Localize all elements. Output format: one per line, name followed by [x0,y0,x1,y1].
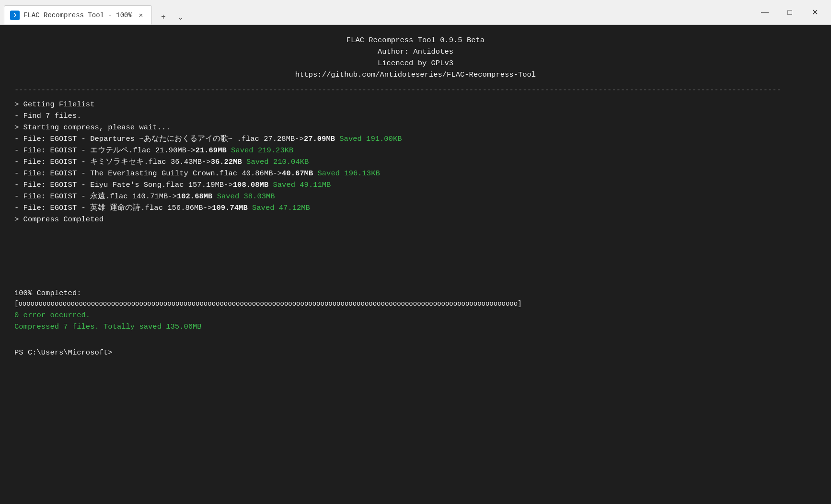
header-line-1: FLAC Recompress Tool 0.9.5 Beta [14,34,817,46]
terminal-window: FLAC Recompress Tool 0.9.5 Beta Author: … [0,25,831,504]
log-line-2: - Find 7 files. [14,110,817,122]
error-line: 0 error occurred. [14,309,817,321]
progress-bar: [ooooooooooooooooooooooooooooooooooooooo… [14,299,817,309]
summary-line: Compressed 7 files. Totally saved 135.06… [14,321,817,332]
title-bar: ❯ FLAC Recompress Tool - 100% ✕ + ⌄ — □ … [0,0,831,25]
window-controls: — □ ✕ [752,0,827,25]
log-line-3: > Starting compress, please wait... [14,122,817,133]
log-line-7: - File: EGOIST - The Everlasting Guilty … [14,168,817,179]
divider-line: ----------------------------------------… [14,84,817,96]
shell-prompt-area: PS C:\Users\Microsoft> [14,347,817,358]
tab-icon: ❯ [10,11,20,20]
log-line-9: - File: EGOIST - 永遠.flac 140.71MB->102.6… [14,191,817,202]
progress-label: 100% Completed: [14,287,817,299]
active-tab[interactable]: ❯ FLAC Recompress Tool - 100% ✕ [4,5,152,24]
tab-label: FLAC Recompress Tool - 100% [23,11,132,19]
shell-prompt: PS C:\Users\Microsoft> [14,348,113,357]
log-line-11: > Compress Completed [14,214,817,225]
header-line-4: https://github.com/Antidoteseries/FLAC-R… [14,69,817,80]
log-line-5: - File: EGOIST - エウテルペ.flac 21.90MB->21.… [14,145,817,156]
log-line-1: > Getting Filelist [14,99,817,110]
header-line-2: Author: Antidotes [14,46,817,57]
log-line-4: - File: EGOIST - Departures ~あなたにおくるアイの歌… [14,133,817,145]
progress-section: 100% Completed: [ooooooooooooooooooooooo… [14,287,817,332]
tab-actions: + ⌄ [156,9,188,24]
tab-area: ❯ FLAC Recompress Tool - 100% ✕ + ⌄ [4,0,752,24]
new-tab-button[interactable]: + [156,9,171,24]
minimize-button[interactable]: — [752,0,777,25]
app-header: FLAC Recompress Tool 0.9.5 Beta Author: … [14,34,817,80]
tab-close-button[interactable]: ✕ [136,11,146,20]
maximize-button[interactable]: □ [777,0,802,25]
header-line-3: Licenced by GPLv3 [14,57,817,69]
tab-dropdown-button[interactable]: ⌄ [173,9,188,24]
log-line-6: - File: EGOIST - キミソラキセキ.flac 36.43MB->3… [14,156,817,168]
close-button[interactable]: ✕ [802,0,827,25]
log-line-10: - File: EGOIST - 英雄 運命の詩.flac 156.86MB->… [14,202,817,214]
log-line-8: - File: EGOIST - Eiyu Fate's Song.flac 1… [14,179,817,191]
